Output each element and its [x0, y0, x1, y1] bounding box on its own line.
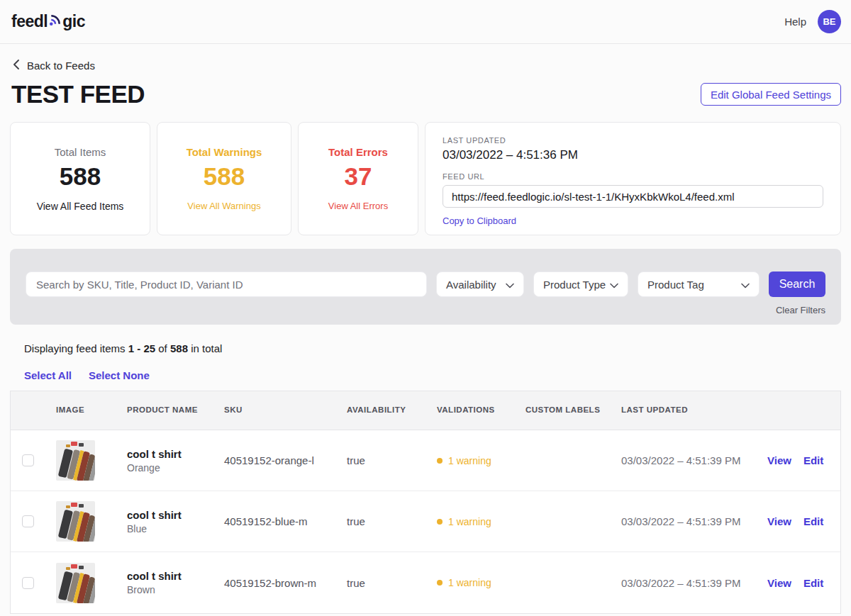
- summary-range: 1 - 25: [128, 342, 155, 354]
- logo-text-right: gic: [62, 12, 85, 31]
- results-summary: Displaying feed items 1 - 25 of 588 in t…: [24, 342, 841, 354]
- availability-select[interactable]: Availability: [436, 271, 524, 297]
- warning-label: 1 warning: [448, 455, 491, 466]
- view-link[interactable]: View: [767, 515, 791, 527]
- total-errors-value: 37: [345, 162, 372, 191]
- search-input[interactable]: [26, 271, 427, 297]
- page-title: TEST FEED: [11, 80, 145, 108]
- product-name: cool t shirt: [127, 509, 224, 521]
- edit-global-feed-settings-button[interactable]: Edit Global Feed Settings: [701, 83, 841, 106]
- product-image: [56, 440, 95, 481]
- row-checkbox[interactable]: [22, 515, 34, 527]
- availability-cell: true: [347, 454, 437, 466]
- product-variant: Blue: [127, 523, 224, 534]
- table-header-row: IMAGE PRODUCT NAME SKU AVAILABILITY VALI…: [11, 391, 840, 430]
- chevron-down-icon: [506, 279, 514, 291]
- user-avatar[interactable]: BE: [818, 10, 841, 33]
- product-tag-select[interactable]: Product Tag: [638, 271, 760, 297]
- summary-prefix: Displaying feed items: [24, 342, 126, 354]
- breadcrumb-label: Back to Feeds: [27, 60, 95, 72]
- select-all-link[interactable]: Select All: [24, 369, 72, 381]
- last-updated-label: LAST UPDATED: [443, 136, 823, 145]
- total-warnings-card: Total Warnings 588 View All Warnings: [157, 122, 291, 235]
- chevron-left-icon: [13, 60, 20, 72]
- last-updated-value: 03/03/2022 – 4:51:36 PM: [443, 148, 823, 162]
- feed-items-table: IMAGE PRODUCT NAME SKU AVAILABILITY VALI…: [10, 391, 841, 614]
- copy-to-clipboard-link[interactable]: Copy to Clipboard: [443, 215, 516, 226]
- row-checkbox[interactable]: [22, 454, 34, 466]
- edit-link[interactable]: Edit: [803, 577, 823, 589]
- summary-suffix: in total: [191, 342, 222, 354]
- total-items-card: Total Items 588 View All Feed Items: [10, 122, 150, 235]
- product-type-select-label: Product Type: [543, 279, 606, 291]
- feedlogic-logo[interactable]: feedl gic: [11, 12, 85, 31]
- table-row: cool t shirt Blue 40519152-blue-m true 1…: [11, 491, 840, 552]
- last-updated-cell: 03/03/2022 – 4:51:39 PM: [621, 515, 767, 527]
- col-header-validations: VALIDATIONS: [437, 405, 525, 416]
- availability-cell: true: [347, 515, 437, 527]
- total-errors-label: Total Errors: [328, 146, 388, 158]
- product-variant: Orange: [127, 462, 224, 474]
- view-all-warnings-link[interactable]: View All Warnings: [187, 201, 260, 211]
- col-header-image: IMAGE: [56, 405, 127, 416]
- col-header-custom-labels: CUSTOM LABELS: [525, 405, 621, 416]
- sku-cell: 40519152-blue-m: [224, 515, 347, 527]
- logo-text-left: feedl: [11, 12, 48, 31]
- sku-cell: 40519152-brown-m: [224, 577, 347, 589]
- signal-icon: [48, 12, 62, 31]
- feed-url-label: FEED URL: [443, 172, 823, 181]
- total-items-value: 588: [60, 162, 101, 191]
- help-link[interactable]: Help: [784, 16, 806, 28]
- top-bar: feedl gic Help BE: [0, 0, 851, 44]
- product-image: [56, 501, 95, 542]
- edit-link[interactable]: Edit: [803, 515, 823, 527]
- product-tag-select-label: Product Tag: [647, 279, 704, 291]
- col-header-last-updated: LAST UPDATED: [621, 405, 767, 416]
- warning-dot-icon: [437, 580, 443, 586]
- table-row: cool t shirt Brown 40519152-brown-m true…: [11, 552, 840, 613]
- total-warnings-value: 588: [204, 162, 245, 191]
- validation-cell[interactable]: 1 warning: [437, 455, 525, 466]
- warning-dot-icon: [437, 519, 443, 525]
- total-warnings-label: Total Warnings: [187, 146, 262, 158]
- view-all-feed-items-link[interactable]: View All Feed Items: [37, 201, 124, 212]
- warning-label: 1 warning: [448, 577, 491, 588]
- validation-cell[interactable]: 1 warning: [437, 577, 525, 588]
- chevron-down-icon: [610, 279, 618, 291]
- row-checkbox[interactable]: [22, 577, 34, 589]
- total-items-label: Total Items: [55, 146, 106, 158]
- feed-info-card: LAST UPDATED 03/03/2022 – 4:51:36 PM FEE…: [425, 122, 841, 235]
- total-errors-card: Total Errors 37 View All Errors: [298, 122, 418, 235]
- availability-cell: true: [347, 577, 437, 589]
- last-updated-cell: 03/03/2022 – 4:51:39 PM: [621, 577, 767, 589]
- availability-select-label: Availability: [446, 279, 496, 291]
- summary-total: 588: [170, 342, 188, 354]
- product-name: cool t shirt: [127, 448, 224, 460]
- search-button[interactable]: Search: [769, 271, 825, 297]
- clear-filters-link[interactable]: Clear Filters: [776, 305, 825, 315]
- product-name: cool t shirt: [127, 570, 224, 582]
- last-updated-cell: 03/03/2022 – 4:51:39 PM: [621, 454, 767, 466]
- edit-link[interactable]: Edit: [803, 454, 823, 466]
- filter-panel: Availability Product Type Product Tag Se…: [10, 249, 841, 325]
- view-link[interactable]: View: [767, 454, 791, 466]
- breadcrumb-back-to-feeds[interactable]: Back to Feeds: [13, 60, 841, 72]
- validation-cell[interactable]: 1 warning: [437, 516, 525, 527]
- col-header-product-name: PRODUCT NAME: [127, 405, 224, 416]
- col-header-sku: SKU: [224, 405, 347, 416]
- product-image: [56, 563, 95, 603]
- warning-dot-icon: [437, 458, 443, 464]
- warning-label: 1 warning: [448, 516, 491, 527]
- product-variant: Brown: [127, 584, 224, 595]
- feed-url-input[interactable]: [443, 185, 823, 208]
- product-type-select[interactable]: Product Type: [533, 271, 628, 297]
- view-all-errors-link[interactable]: View All Errors: [328, 201, 388, 211]
- col-header-availability: AVAILABILITY: [347, 405, 437, 416]
- summary-of: of: [158, 342, 167, 354]
- chevron-down-icon: [741, 279, 750, 291]
- table-row: cool t shirt Orange 40519152-orange-l tr…: [11, 430, 840, 491]
- view-link[interactable]: View: [767, 577, 791, 589]
- sku-cell: 40519152-orange-l: [224, 454, 347, 466]
- select-none-link[interactable]: Select None: [89, 369, 150, 381]
